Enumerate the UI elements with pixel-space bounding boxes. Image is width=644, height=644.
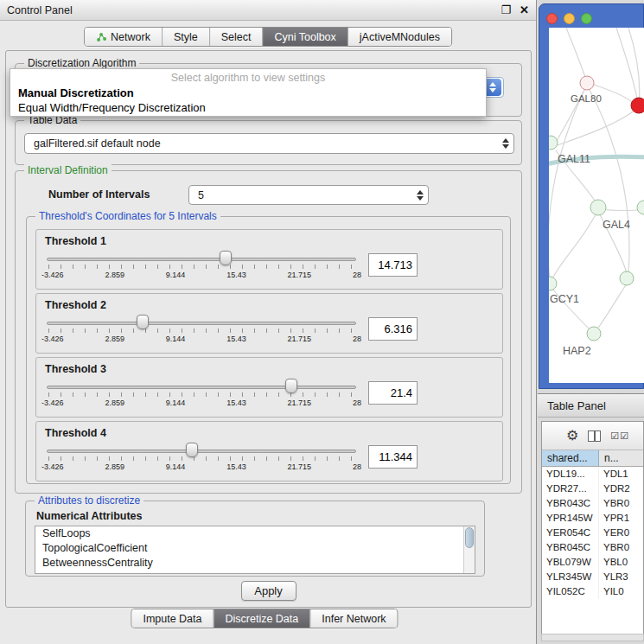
tab-label: Cyni Toolbox [274, 31, 335, 43]
tab-jactivemnodules[interactable]: jActiveMNodules [348, 28, 451, 46]
dropdown-option-equal-width-frequency[interactable]: Equal Width/Frequency Discretization [10, 100, 486, 115]
network-node-hap2[interactable] [587, 327, 601, 341]
cell[interactable]: YBL0 [599, 555, 643, 570]
cell[interactable]: YDR2 [599, 481, 643, 496]
column-header-name[interactable]: n... [599, 450, 643, 466]
threshold-1-slider[interactable]: -3.4262.8599.14415.4321.71528 [47, 250, 356, 284]
table-data-select[interactable]: galFiltered.sif default node [24, 133, 514, 154]
numerical-attributes-list[interactable]: SelfLoops TopologicalCoefficient Between… [35, 526, 475, 574]
algorithm-placeholder: Select algorithm to view settings [10, 69, 486, 86]
cell[interactable]: YER054C [542, 526, 599, 540]
column-header-shared-name[interactable]: shared... [542, 450, 599, 466]
tab-impute-data[interactable]: Impute Data [131, 609, 213, 628]
cyni-mode-tabbar: Impute Data Discretize Data Infer Networ… [131, 609, 398, 628]
threshold-3-value-input[interactable] [368, 381, 418, 405]
columns-icon[interactable] [588, 430, 601, 442]
group-title: Interval Definition [24, 164, 112, 176]
threshold-1-value-input[interactable] [368, 253, 418, 277]
table-row[interactable]: YER054CYER0 [542, 526, 643, 540]
list-item[interactable]: TopologicalCoefficient [35, 541, 475, 556]
network-node[interactable] [637, 201, 644, 214]
network-node-gal80[interactable] [580, 76, 594, 90]
slider-thumb[interactable] [220, 251, 232, 265]
threshold-2-slider[interactable]: -3.4262.8599.14415.4321.71528 [47, 314, 356, 348]
slider-ticks [48, 265, 354, 269]
scale-label: 21.715 [288, 462, 312, 471]
scale-label: 2.859 [105, 335, 124, 343]
cell[interactable]: YDL19... [542, 467, 599, 481]
apply-button[interactable]: Apply [241, 581, 296, 601]
table-row[interactable]: YBR043CYBR0 [542, 496, 643, 511]
threshold-4-slider[interactable]: -3.4262.8599.14415.4321.71528 [47, 442, 356, 476]
table-row[interactable]: YIL052CYIL0 [542, 584, 643, 599]
slider-track[interactable] [47, 322, 356, 325]
slider-track[interactable] [47, 386, 356, 389]
scrollbar-thumb[interactable] [465, 527, 474, 548]
gear-icon[interactable]: ⚙ [566, 429, 578, 443]
table-row[interactable]: YDL19...YDL1 [542, 467, 643, 481]
slider-scale: -3.4262.8599.14415.4321.71528 [41, 462, 361, 471]
list-scrollbar[interactable] [463, 526, 475, 573]
cell[interactable]: YBR0 [599, 540, 643, 555]
cell[interactable]: YPR1 [599, 511, 643, 526]
mac-close-icon[interactable] [546, 13, 558, 24]
mac-zoom-icon[interactable] [581, 13, 592, 24]
cell[interactable]: YDR27... [542, 481, 599, 496]
slider-thumb[interactable] [186, 443, 198, 457]
control-panel-window: Control Panel ❐ ✕ Network Style Select C… [0, 0, 537, 644]
threshold-3-slider[interactable]: -3.4262.8599.14415.4321.71528 [47, 378, 356, 412]
cell[interactable]: YIL052C [542, 584, 599, 599]
network-node-gal4[interactable] [590, 200, 606, 215]
cell[interactable]: YBR043C [542, 496, 599, 511]
cell[interactable]: YPR145W [542, 511, 599, 526]
list-item[interactable]: SelfLoops [35, 526, 475, 541]
tab-cyni-toolbox[interactable]: Cyni Toolbox [262, 28, 347, 46]
slider-thumb[interactable] [285, 379, 297, 393]
mac-minimize-icon[interactable] [564, 13, 575, 24]
close-icon[interactable]: ✕ [520, 4, 529, 16]
tab-discretize-data[interactable]: Discretize Data [214, 609, 310, 628]
slider-ticks [48, 392, 354, 397]
network-node-red[interactable] [631, 98, 644, 113]
cell[interactable]: YLR345W [542, 570, 599, 584]
scale-label: 9.144 [166, 335, 186, 343]
num-intervals-select[interactable]: 5 [188, 185, 429, 205]
tab-style[interactable]: Style [162, 28, 209, 46]
tab-network[interactable]: Network [85, 28, 162, 46]
dropdown-option-manual-discretization[interactable]: Manual Discretization [10, 86, 486, 100]
slider-track[interactable] [47, 258, 356, 261]
cell[interactable]: YLR3 [599, 570, 643, 584]
cell[interactable]: YIL0 [599, 584, 643, 599]
threshold-4-value-input[interactable] [368, 445, 418, 469]
cell[interactable]: YBL079W [542, 555, 599, 570]
network-canvas[interactable]: GAL80 GAL11 GAL4 GCY1 HAP2 [549, 28, 644, 383]
threshold-2-panel: Threshold 2 -3.4262.8599.14415.4321.7152… [35, 293, 503, 354]
cell[interactable]: YDL1 [599, 467, 643, 481]
table-row[interactable]: YBL079WYBL0 [542, 555, 643, 570]
network-node-gcy1[interactable] [549, 277, 557, 290]
network-node[interactable] [620, 271, 634, 285]
table-row[interactable]: YPR145WYPR1 [542, 511, 643, 526]
tab-label: Infer Network [322, 613, 386, 625]
table-row[interactable]: YBR045CYBR0 [542, 540, 643, 555]
float-window-icon[interactable]: ❐ [501, 4, 511, 16]
scale-label: 9.144 [166, 399, 186, 407]
scale-label: 28 [353, 399, 361, 407]
cell[interactable]: YBR045C [542, 540, 599, 555]
tab-infer-network[interactable]: Infer Network [309, 609, 397, 628]
cell[interactable]: YBR0 [599, 496, 643, 511]
list-item[interactable]: BetweennessCentrality [35, 556, 475, 571]
table-row[interactable]: YDR27...YDR2 [542, 481, 643, 496]
table-row[interactable]: YLR345WYLR3 [542, 570, 643, 584]
slider-thumb[interactable] [137, 315, 149, 329]
select-all-icon[interactable]: ☑☑ [610, 430, 629, 442]
threshold-3-panel: Threshold 3 -3.4262.8599.14415.4321.7152… [35, 357, 503, 418]
network-node-gal11[interactable] [549, 136, 558, 150]
scale-label: 15.43 [226, 462, 246, 471]
table-horizontal-scrollbar[interactable] [541, 634, 644, 641]
table-header-row: shared... n... [542, 450, 643, 467]
tab-select[interactable]: Select [209, 28, 263, 46]
threshold-2-value-input[interactable] [368, 317, 418, 341]
cell[interactable]: YER0 [599, 526, 643, 540]
slider-track[interactable] [47, 450, 356, 453]
